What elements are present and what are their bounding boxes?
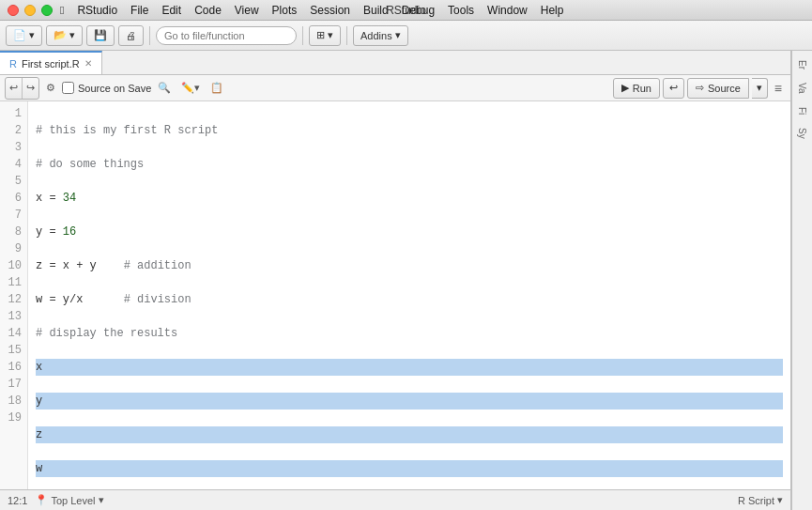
re-run-icon: ↩ <box>669 82 678 94</box>
line-num-7: 7 <box>0 207 27 224</box>
menu-session[interactable]: Session <box>310 4 350 17</box>
go-to-file-input[interactable] <box>156 26 297 45</box>
minimize-button[interactable] <box>24 5 36 16</box>
source-dropdown-icon: ▾ <box>757 82 762 94</box>
menu-view[interactable]: View <box>235 4 259 17</box>
main-toolbar: 📄▾ 📂▾ 💾 🖨 ⊞▾ Addins ▾ <box>0 21 812 51</box>
print-button[interactable]: 🖨 <box>118 25 144 46</box>
context-label: Top Level <box>51 495 95 506</box>
line-num-8: 8 <box>0 224 27 240</box>
right-panel: Er Va Fi Sy <box>791 51 812 510</box>
new-file-icon: 📄 <box>13 29 26 41</box>
menu-file[interactable]: File <box>130 4 148 17</box>
wand-icon: ✏️▾ <box>181 82 200 94</box>
code-editor[interactable]: # this is my first R script # do some th… <box>28 101 790 489</box>
menu-bar:  RStudio File Edit Code View Plots Sess… <box>60 4 563 17</box>
search-button[interactable]: 🔍 <box>154 78 175 99</box>
compile-button[interactable]: 📋 <box>207 78 227 99</box>
run-label: Run <box>633 83 651 94</box>
main-layout: R First script.R ✕ ↩ ↪ ⚙ Source on Save <box>0 51 812 510</box>
right-panel-tab-er[interactable]: Er <box>794 54 810 75</box>
undo-redo-group: ↩ ↪ <box>5 77 39 100</box>
code-line-7: # display the results <box>36 325 783 342</box>
run-icon: ▶ <box>621 82 629 94</box>
hamburger-button[interactable]: ≡ <box>771 81 786 96</box>
context-icon: 📍 <box>35 494 48 506</box>
code-line-2: # do some things <box>36 156 783 173</box>
undo-icon: ↩ <box>9 82 18 94</box>
source-on-save-checkbox[interactable] <box>62 82 74 94</box>
maximize-button[interactable] <box>41 5 53 16</box>
line-num-17: 17 <box>0 376 27 393</box>
layout-icon: ⊞ <box>316 29 325 41</box>
undo-button[interactable]: ↩ <box>6 78 23 99</box>
menu-tools[interactable]: Tools <box>448 4 474 17</box>
source-dropdown-button[interactable]: ▾ <box>752 78 768 99</box>
editor-tab-first-script[interactable]: R First script.R ✕ <box>0 51 102 74</box>
toolbar-divider-2 <box>302 26 303 45</box>
open-file-button[interactable]: 📂▾ <box>46 25 83 46</box>
source-on-save-label: Source on Save <box>62 82 151 94</box>
new-file-button[interactable]: 📄▾ <box>6 25 42 46</box>
context-indicator[interactable]: 📍 Top Level ▾ <box>35 494 103 506</box>
print-icon: 🖨 <box>126 30 136 41</box>
line-num-3: 3 <box>0 139 27 156</box>
close-button[interactable] <box>8 5 19 16</box>
tab-close-icon[interactable]: ✕ <box>84 58 92 69</box>
save-button[interactable]: 💾 <box>86 25 115 46</box>
file-type-arrow-icon: ▾ <box>777 494 783 506</box>
right-panel-tab-fi[interactable]: Fi <box>794 101 810 120</box>
source-on-save-text: Source on Save <box>78 83 151 94</box>
menu-rstudio[interactable]: RStudio <box>77 4 117 17</box>
compile-icon: 📋 <box>210 82 223 94</box>
menu-help[interactable]: Help <box>541 4 564 17</box>
run-button[interactable]: ▶ Run <box>613 78 660 99</box>
redo-button[interactable]: ↪ <box>23 78 38 99</box>
file-type-indicator[interactable]: R Script ▾ <box>738 494 783 506</box>
line-num-9: 9 <box>0 240 27 257</box>
code-tools-button[interactable]: ⚙ <box>42 78 59 99</box>
code-line-8: x <box>36 359 783 376</box>
code-line-3: x = 34 <box>36 190 783 207</box>
menu-build[interactable]: Build <box>363 4 389 17</box>
code-line-5: z = x + y # addition <box>36 257 783 274</box>
line-num-2: 2 <box>0 122 27 139</box>
hamburger-icon: ≡ <box>774 81 782 96</box>
toolbar-divider-3 <box>346 26 347 45</box>
line-num-13: 13 <box>0 308 27 325</box>
right-panel-tab-sy[interactable]: Sy <box>794 122 810 145</box>
editor-toolbar: ↩ ↪ ⚙ Source on Save 🔍 ✏️▾ 📋 <box>0 75 790 101</box>
source-arrow-icon: ⇨ <box>696 82 704 94</box>
source-button[interactable]: ⇨ Source <box>687 78 749 99</box>
toolbar-divider-1 <box>149 26 150 45</box>
mac-titlebar:  RStudio File Edit Code View Plots Sess… <box>0 0 812 21</box>
menu-plots[interactable]: Plots <box>272 4 298 17</box>
editor-panel: R First script.R ✕ ↩ ↪ ⚙ Source on Save <box>0 51 791 510</box>
menu-window[interactable]: Window <box>487 4 528 17</box>
code-line-10: z <box>36 426 783 443</box>
re-run-button[interactable]: ↩ <box>663 78 684 99</box>
line-num-15: 15 <box>0 342 27 359</box>
line-numbers: 1 2 3 4 5 6 7 8 9 10 11 12 13 14 15 16 1… <box>0 101 28 489</box>
line-num-14: 14 <box>0 325 27 342</box>
line-num-6: 6 <box>0 190 27 207</box>
line-num-5: 5 <box>0 173 27 190</box>
layout-button[interactable]: ⊞▾ <box>309 25 341 46</box>
addins-button[interactable]: Addins ▾ <box>353 25 408 46</box>
code-line-1: # this is my first R script <box>36 122 783 139</box>
menu-apple[interactable]:  <box>60 4 64 17</box>
cursor-position: 12:1 <box>8 495 27 506</box>
context-arrow-icon: ▾ <box>99 494 104 506</box>
code-actions-button[interactable]: ✏️▾ <box>177 78 204 99</box>
addins-arrow-icon: ▾ <box>395 29 401 41</box>
line-num-11: 11 <box>0 274 27 291</box>
menu-edit[interactable]: Edit <box>161 4 181 17</box>
search-icon: 🔍 <box>158 82 171 94</box>
code-tools-icon: ⚙ <box>46 82 55 94</box>
menu-code[interactable]: Code <box>194 4 222 17</box>
right-panel-tab-va[interactable]: Va <box>794 77 810 100</box>
redo-icon: ↪ <box>26 82 35 94</box>
window-controls[interactable] <box>8 5 53 16</box>
window-title: RStudio <box>386 4 426 17</box>
open-icon: 📂 <box>54 29 67 41</box>
